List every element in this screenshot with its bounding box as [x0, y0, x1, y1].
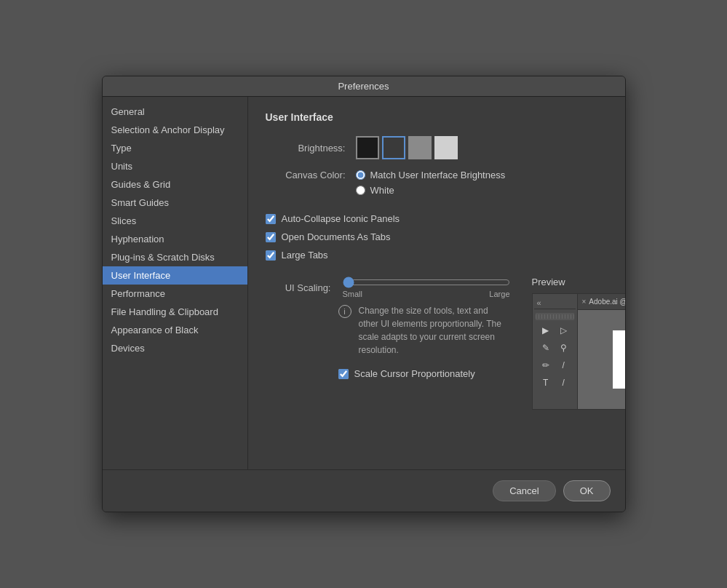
- checkbox-scale-cursor[interactable]: Scale Cursor Proportionately: [338, 368, 510, 379]
- preview-main: × Adobe.ai @ 70% (RGB/: [578, 294, 625, 409]
- radio-white-input[interactable]: [356, 186, 365, 195]
- scale-cursor-input[interactable]: [338, 369, 349, 379]
- ui-scaling-row: UI Scaling: Small Large: [266, 277, 510, 298]
- info-text: Change the size of tools, text and other…: [359, 304, 510, 357]
- tab-close-icon: ×: [582, 298, 587, 306]
- slider-label-large: Large: [489, 290, 509, 298]
- info-icon: i: [338, 305, 351, 318]
- large-tabs-label: Large Tabs: [282, 250, 328, 261]
- info-row: i Change the size of tools, text and oth…: [338, 304, 510, 357]
- toolbar-row-4: T /: [534, 375, 576, 391]
- sidebar-item-general[interactable]: General: [103, 103, 247, 121]
- sidebar-item-units[interactable]: Units: [103, 157, 247, 175]
- canvas-white-area: [613, 330, 625, 389]
- sidebar-item-guides-grid[interactable]: Guides & Grid: [103, 175, 247, 194]
- sidebar-item-performance[interactable]: Performance: [103, 285, 247, 303]
- preview-title: Preview: [532, 277, 625, 287]
- radio-white[interactable]: White: [356, 185, 506, 196]
- toolbar-row-3: ✏ /: [534, 357, 576, 373]
- type-tool-icon: T: [539, 376, 553, 389]
- checkbox-open-docs[interactable]: Open Documents As Tabs: [266, 231, 608, 242]
- brightness-label: Brightness:: [266, 143, 346, 154]
- preview-tab-name: Adobe.ai @ 70% (RGB/: [589, 298, 624, 306]
- checkbox-auto-collapse[interactable]: Auto-Collapse Iconic Panels: [266, 213, 608, 224]
- preferences-dialog: Preferences General Selection & Anchor D…: [102, 76, 626, 512]
- auto-collapse-input[interactable]: [266, 214, 276, 224]
- large-tabs-input[interactable]: [266, 250, 276, 261]
- sidebar-item-slices[interactable]: Slices: [103, 212, 247, 230]
- ok-button[interactable]: OK: [563, 480, 611, 501]
- dialog-title: Preferences: [103, 76, 625, 97]
- footer: Cancel OK: [103, 469, 625, 512]
- sidebar-item-file-handling[interactable]: File Handling & Clipboard: [103, 303, 247, 321]
- radio-white-label: White: [370, 185, 394, 196]
- brightness-swatch-light[interactable]: [434, 136, 458, 159]
- chevron-left-icon: «: [537, 298, 541, 307]
- brightness-swatches: [356, 136, 458, 159]
- cancel-button[interactable]: Cancel: [493, 480, 555, 501]
- toolbar-row-2: ✎ ⚲: [534, 340, 576, 356]
- selection-tool-icon: ▶: [539, 324, 553, 337]
- sidebar-item-smart-guides[interactable]: Smart Guides: [103, 194, 247, 212]
- preview-toolbar: « ▶ ▷ ✎ ⚲: [533, 294, 578, 409]
- brightness-row: Brightness:: [266, 136, 608, 159]
- slider-label-small: Small: [343, 290, 363, 298]
- open-docs-input[interactable]: [266, 232, 276, 242]
- preview-window: « ▶ ▷ ✎ ⚲: [532, 293, 625, 410]
- toolbar-row-1: ▶ ▷: [534, 322, 576, 338]
- scaling-section: UI Scaling: Small Large i Change the si: [266, 277, 510, 386]
- sidebar-item-hyphenation[interactable]: Hyphenation: [103, 230, 247, 248]
- slider-labels: Small Large: [343, 290, 510, 298]
- ui-scaling-label: UI Scaling:: [266, 282, 331, 293]
- sidebar-item-plugins[interactable]: Plug-ins & Scratch Disks: [103, 248, 247, 266]
- line-tool-icon: /: [556, 376, 571, 389]
- preview-tab-bar: × Adobe.ai @ 70% (RGB/: [578, 294, 625, 310]
- pen-add-icon: ✏: [539, 359, 553, 372]
- section-title: User Interface: [266, 111, 608, 123]
- brightness-swatch-dark[interactable]: [382, 136, 405, 159]
- slider-track: Small Large: [343, 277, 510, 298]
- pen-tool-icon: ✎: [539, 341, 553, 354]
- main-panel: User Interface Brightness: Canvas Color:: [248, 97, 625, 469]
- preview-canvas: [578, 310, 625, 409]
- canvas-color-options: Match User Interface Brightness White: [356, 170, 506, 196]
- preview-area: Preview « ▶: [532, 277, 625, 410]
- auto-collapse-label: Auto-Collapse Iconic Panels: [282, 213, 400, 224]
- scale-cursor-label: Scale Cursor Proportionately: [354, 368, 475, 379]
- radio-match-label: Match User Interface Brightness: [370, 170, 506, 180]
- radio-match-input[interactable]: [356, 170, 365, 180]
- pencil-icon: /: [556, 359, 571, 372]
- brightness-swatch-medium[interactable]: [408, 136, 432, 159]
- canvas-color-row: Canvas Color: Match User Interface Brigh…: [266, 170, 608, 196]
- scaling-preview-row: UI Scaling: Small Large i Change the si: [266, 277, 608, 410]
- lasso-icon: ⚲: [556, 341, 571, 354]
- sidebar: General Selection & Anchor Display Type …: [103, 97, 248, 469]
- sidebar-item-devices[interactable]: Devices: [103, 339, 247, 357]
- radio-match-brightness[interactable]: Match User Interface Brightness: [356, 170, 506, 180]
- brightness-swatch-black[interactable]: [356, 136, 379, 159]
- checkbox-large-tabs[interactable]: Large Tabs: [266, 250, 608, 261]
- canvas-color-label: Canvas Color:: [266, 170, 346, 180]
- preview-toolbar-top: «: [534, 297, 576, 309]
- sidebar-item-user-interface[interactable]: User Interface: [103, 266, 247, 285]
- ui-scaling-slider[interactable]: [343, 277, 510, 288]
- sidebar-item-appearance-black[interactable]: Appearance of Black: [103, 321, 247, 339]
- open-docs-label: Open Documents As Tabs: [282, 231, 391, 242]
- direct-selection-icon: ▷: [556, 324, 571, 337]
- sidebar-item-selection-anchor[interactable]: Selection & Anchor Display: [103, 121, 247, 139]
- sidebar-item-type[interactable]: Type: [103, 139, 247, 157]
